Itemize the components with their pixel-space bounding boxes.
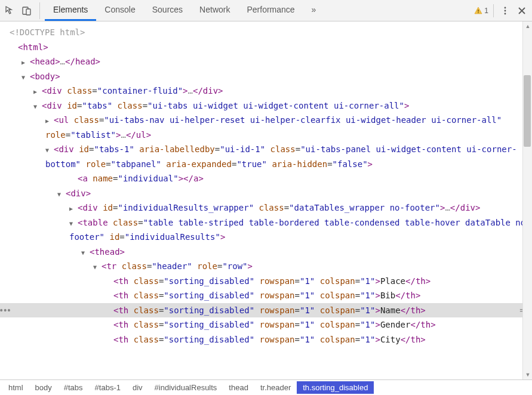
expand-arrow-icon[interactable] xyxy=(21,54,30,69)
toolbar-icon-group xyxy=(5,2,40,19)
expand-arrow-icon[interactable] xyxy=(33,84,42,98)
dom-tree-line[interactable]: <head>…</head> xyxy=(0,54,532,69)
dom-tree-line[interactable]: <div class="container-fluid">…</div> xyxy=(0,84,532,98)
dom-tree-line[interactable]: <tr class="header" role="row"> xyxy=(0,259,532,274)
dom-tree-line[interactable]: <div id="tabs-1" aria-labelledby="ui-id-… xyxy=(0,142,532,171)
breadcrumb-item[interactable]: th.sorting_disabled xyxy=(297,381,374,394)
collapse-arrow-icon[interactable] xyxy=(93,259,102,274)
dom-tree-line[interactable]: <div id="tabs" class="ui-tabs ui-widget … xyxy=(0,98,532,113)
dom-tree-line[interactable]: <html> xyxy=(0,40,532,55)
expand-arrow-icon[interactable] xyxy=(69,200,78,215)
svg-point-4 xyxy=(505,7,506,8)
svg-rect-1 xyxy=(26,9,30,15)
scroll-down-icon[interactable]: ▼ xyxy=(523,370,532,379)
svg-point-5 xyxy=(505,10,506,11)
dom-tree-line[interactable]: •••<th class="sorting_disabled" rowspan=… xyxy=(0,303,532,318)
dom-tree-line[interactable]: <a name="individual"></a> xyxy=(0,171,532,186)
breadcrumb-item[interactable]: tr.header xyxy=(254,381,297,394)
collapse-arrow-icon[interactable] xyxy=(81,245,90,260)
breadcrumb-item[interactable]: body xyxy=(29,381,58,394)
collapse-arrow-icon[interactable] xyxy=(33,98,42,113)
collapse-arrow-icon[interactable] xyxy=(57,186,66,201)
svg-point-6 xyxy=(505,13,506,14)
tab-more-icon[interactable]: » xyxy=(303,0,325,21)
dom-tree-line[interactable]: <table class="table table-striped table-… xyxy=(0,215,532,245)
dom-tree-line[interactable]: <body> xyxy=(0,69,532,84)
inspect-icon[interactable] xyxy=(5,5,16,16)
breadcrumb-item[interactable]: div xyxy=(127,381,149,394)
scroll-up-icon[interactable]: ▲ xyxy=(523,21,532,31)
dom-tree-line[interactable]: <div id="individualResults_wrapper" clas… xyxy=(0,200,532,215)
dom-tree-line[interactable]: <div> xyxy=(0,186,532,201)
dom-tree-line[interactable]: <th class="sorting_disabled" rowspan="1"… xyxy=(0,317,532,332)
tab-network[interactable]: Network xyxy=(191,0,238,21)
svg-rect-3 xyxy=(478,12,479,13)
dom-tree-line[interactable]: <!DOCTYPE html> xyxy=(0,25,532,40)
breadcrumb-item[interactable]: #individualResults xyxy=(149,381,223,394)
dom-tree-line[interactable]: <th class="sorting_disabled" rowspan="1"… xyxy=(0,288,532,303)
warning-badge[interactable]: 1 xyxy=(474,4,494,17)
tab-performance[interactable]: Performance xyxy=(238,0,303,21)
dom-tree-line[interactable]: <th class="sorting_disabled" rowspan="1"… xyxy=(0,274,532,289)
dom-tree-line[interactable]: <th class="sorting_disabled" rowspan="1"… xyxy=(0,332,532,347)
breadcrumb-item[interactable]: #tabs-1 xyxy=(89,381,127,394)
dom-tree-line[interactable]: <ul class="ui-tabs-nav ui-helper-reset u… xyxy=(0,113,532,142)
device-toggle-icon[interactable] xyxy=(21,5,32,16)
close-icon[interactable] xyxy=(516,5,527,16)
collapse-arrow-icon[interactable] xyxy=(69,215,78,230)
tab-elements[interactable]: Elements xyxy=(45,0,96,21)
svg-rect-2 xyxy=(478,10,479,12)
kebab-menu-icon[interactable] xyxy=(500,5,511,16)
scrollbar-thumb[interactable] xyxy=(524,75,531,147)
tab-console[interactable]: Console xyxy=(96,0,143,21)
elements-dom-tree[interactable]: <!DOCTYPE html><html><head>…</head><body… xyxy=(0,21,532,379)
breadcrumb-item[interactable]: thead xyxy=(223,381,254,394)
collapse-arrow-icon[interactable] xyxy=(45,142,54,157)
breadcrumb-item[interactable]: #tabs xyxy=(58,381,89,394)
elements-breadcrumb: htmlbody#tabs#tabs-1div#individualResult… xyxy=(0,379,532,395)
collapse-arrow-icon[interactable] xyxy=(21,69,30,84)
tab-sources[interactable]: Sources xyxy=(144,0,191,21)
dom-tree-line[interactable]: <thead> xyxy=(0,245,532,260)
devtools-toolbar: Elements Console Sources Network Perform… xyxy=(0,0,532,21)
breadcrumb-item[interactable]: html xyxy=(2,381,29,394)
toolbar-right: 1 xyxy=(474,4,527,17)
warning-count: 1 xyxy=(484,7,488,15)
devtools-tabs: Elements Console Sources Network Perform… xyxy=(45,0,324,21)
scrollbar-track[interactable]: ▲ ▼ xyxy=(522,21,532,379)
expand-arrow-icon[interactable] xyxy=(45,113,54,128)
